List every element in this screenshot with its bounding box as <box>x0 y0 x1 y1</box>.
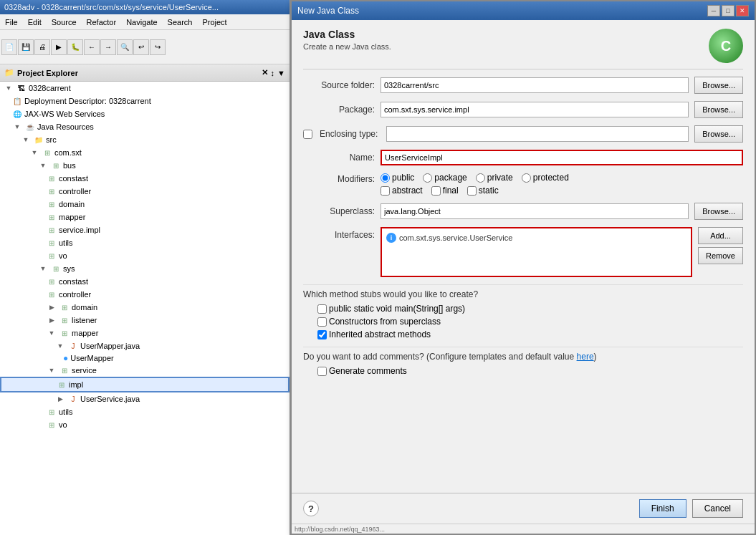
menu-source[interactable]: Source <box>49 17 79 27</box>
tree-sys-service[interactable]: ▼ ⊞ service <box>0 364 290 377</box>
other-modifiers: abstract final static <box>381 185 569 196</box>
toolbar-btn-undo[interactable]: ↩ <box>133 39 149 55</box>
browse-package-button[interactable]: Browse... <box>694 101 743 118</box>
stub-main-checkbox[interactable] <box>317 304 327 314</box>
stub-inherited-checkbox[interactable] <box>317 330 327 339</box>
modifier-abstract-checkbox[interactable] <box>381 186 390 196</box>
explorer-header: 📁 Project Explorer ✕ ↕ ▼ <box>0 64 290 82</box>
browse-enclosing-button[interactable]: Browse... <box>694 125 743 143</box>
superclass-input[interactable] <box>381 203 689 219</box>
modifier-final-checkbox[interactable] <box>431 186 441 196</box>
tree-deployment[interactable]: 📋 Deployment Descriptor: 0328carrent <box>0 95 290 107</box>
help-button[interactable]: ? <box>303 501 319 516</box>
tree-usermapper-java[interactable]: ▼ J UserMapper.java <box>0 339 290 352</box>
toolbar-btn-back[interactable]: ← <box>84 39 100 55</box>
menu-file[interactable]: File <box>3 17 20 27</box>
tree-bus-mapper[interactable]: ⊞ mapper <box>0 211 290 223</box>
tree-service-impl[interactable]: ⊞ impl <box>0 377 290 392</box>
superclass-label: Superclass: <box>303 206 375 216</box>
browse-superclass-button[interactable]: Browse... <box>694 203 743 220</box>
stub-constructors-checkbox[interactable] <box>317 317 327 327</box>
modifier-abstract-label: abstract <box>392 185 423 196</box>
dialog-footer: ? Finish Cancel <box>292 493 755 524</box>
modifier-private-radio[interactable] <box>476 173 485 183</box>
source-folder-label: Source folder: <box>303 80 375 90</box>
tree-sys-mapper[interactable]: ▼ ⊞ mapper <box>0 327 290 339</box>
dialog-title: New Java Class <box>297 6 359 16</box>
expand-java-icon: ▼ <box>11 121 23 132</box>
modifier-static-option: static <box>467 185 499 196</box>
finish-button[interactable]: Finish <box>639 499 686 518</box>
enclosing-checkbox[interactable] <box>303 130 312 139</box>
toolbar-btn-save[interactable]: 💾 <box>18 39 34 55</box>
tree-bus-domain[interactable]: ⊞ domain <box>0 198 290 211</box>
modifier-public-radio[interactable] <box>381 173 390 183</box>
tree-bus-constast[interactable]: ⊞ constast <box>0 172 290 185</box>
interfaces-box[interactable]: i com.sxt.sys.service.UserService <box>381 227 692 277</box>
tree-sys-utils[interactable]: ⊞ utils <box>0 405 290 418</box>
maximize-button[interactable]: □ <box>722 5 735 16</box>
package-input[interactable] <box>381 102 689 117</box>
toolbar-btn-print[interactable]: 🖨 <box>34 39 50 55</box>
url-bar: http://blog.csdn.net/qq_41963... <box>292 524 755 534</box>
menu-navigate[interactable]: Navigate <box>124 17 159 27</box>
tree-com-sxt[interactable]: ▼ ⊞ com.sxt <box>0 146 290 159</box>
tree-sys-vo[interactable]: ⊞ vo <box>0 418 290 431</box>
remove-interface-button[interactable]: Remove <box>698 247 743 264</box>
menu-edit[interactable]: Edit <box>26 17 44 27</box>
close-button[interactable]: ✕ <box>736 5 749 16</box>
menu-refactor[interactable]: Refactor <box>85 17 119 27</box>
pkg-sys-icon-4: ⊞ <box>59 314 70 326</box>
tree-sys-listener[interactable]: ▶ ⊞ listener <box>0 314 290 327</box>
source-folder-input[interactable] <box>381 77 689 93</box>
toolbar-btn-forward[interactable]: → <box>100 39 116 55</box>
tree-sys-controller[interactable]: ⊞ controller <box>0 288 290 301</box>
interface-info-icon: i <box>386 233 396 243</box>
tree-jaxws[interactable]: 🌐 JAX-WS Web Services <box>0 107 290 120</box>
comments-question: Do you want to add comments? (Configure … <box>303 352 743 362</box>
tree-sys-constast-label: constast <box>59 277 88 286</box>
name-input[interactable] <box>381 150 743 165</box>
tree-bus-controller[interactable]: ⊞ controller <box>0 185 290 198</box>
modifier-static-checkbox[interactable] <box>467 186 477 196</box>
dialog-header: Java Class Create a new Java class. C <box>303 29 743 69</box>
menu-icon[interactable]: ▼ <box>277 69 285 77</box>
close-icon[interactable]: ✕ <box>262 68 268 77</box>
expand-userservice-icon: ▶ <box>54 393 66 405</box>
tree-bus-utils[interactable]: ⊞ utils <box>0 236 290 249</box>
cancel-button[interactable]: Cancel <box>692 499 743 518</box>
tree-root[interactable]: ▼ 🏗 0328carrent <box>0 82 290 95</box>
java-file-icon-1: J <box>67 340 79 352</box>
toolbar-btn-redo[interactable]: ↪ <box>150 39 166 55</box>
comments-section: Do you want to add comments? (Configure … <box>303 347 743 376</box>
minimize-button[interactable]: ─ <box>707 5 720 16</box>
modifier-private-option: private <box>476 173 513 183</box>
toolbar-btn-debug[interactable]: 🐛 <box>67 39 83 55</box>
enclosing-input[interactable] <box>386 126 689 142</box>
menu-project[interactable]: Project <box>200 17 229 27</box>
tree-src[interactable]: ▼ 📁 src <box>0 133 290 146</box>
menu-search[interactable]: Search <box>166 17 195 27</box>
tree-java-resources[interactable]: ▼ ☕ Java Resources <box>0 120 290 133</box>
project-icon: 🏗 <box>16 82 27 94</box>
tree-bus-serviceimpl[interactable]: ⊞ service.impl <box>0 223 290 236</box>
dialog-body: Java Class Create a new Java class. C So… <box>292 20 755 493</box>
toolbar-btn-new[interactable]: 📄 <box>1 39 17 55</box>
tree-sys[interactable]: ▼ ⊞ sys <box>0 262 290 275</box>
sync-icon[interactable]: ↕ <box>271 69 275 77</box>
add-interface-button[interactable]: Add... <box>698 227 743 244</box>
tree-bus-vo[interactable]: ⊞ vo <box>0 249 290 262</box>
tree-sys-domain[interactable]: ▶ ⊞ domain <box>0 301 290 314</box>
tree-usermapper-class[interactable]: ● UserMapper <box>0 352 290 364</box>
tree-bus[interactable]: ▼ ⊞ bus <box>0 159 290 172</box>
eclipse-logo: C <box>709 29 743 63</box>
modifier-package-radio[interactable] <box>423 173 432 183</box>
tree-sys-constast[interactable]: ⊞ constast <box>0 275 290 288</box>
tree-userservice-java[interactable]: ▶ J UserService.java <box>0 392 290 405</box>
toolbar-btn-run[interactable]: ▶ <box>51 39 67 55</box>
comments-here-link[interactable]: here <box>577 352 594 362</box>
modifier-protected-radio[interactable] <box>522 173 531 183</box>
generate-comments-checkbox[interactable] <box>317 367 327 376</box>
browse-source-button[interactable]: Browse... <box>694 77 743 94</box>
toolbar-btn-search[interactable]: 🔍 <box>117 39 133 55</box>
